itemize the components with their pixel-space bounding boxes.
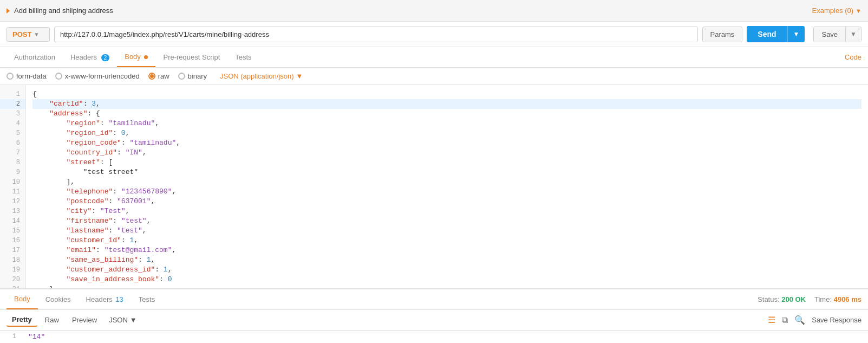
line-number-13: 13 xyxy=(0,206,25,216)
raw-radio[interactable] xyxy=(148,73,155,80)
tab-authorization[interactable]: Authorization xyxy=(6,48,63,67)
form-data-label: form-data xyxy=(16,72,47,80)
resp-tab-headers-label: Headers xyxy=(86,295,113,303)
send-group: Send ▼ xyxy=(747,26,805,42)
resp-tab-cookies[interactable]: Cookies xyxy=(38,290,79,309)
rv-tab-raw[interactable]: Raw xyxy=(40,314,64,326)
line-number-19: 19 xyxy=(0,265,25,275)
line-number-14: 14 xyxy=(0,216,25,226)
response-format-dropdown[interactable]: JSON ▼ xyxy=(109,316,137,324)
form-data-option[interactable]: form-data xyxy=(6,72,47,80)
format-chevron: ▼ xyxy=(130,316,137,324)
raw-option[interactable]: raw xyxy=(148,72,169,80)
tab-body[interactable]: Body xyxy=(117,47,155,67)
save-dropdown-button[interactable]: ▼ xyxy=(845,27,861,42)
line-number-2: 2 xyxy=(0,99,25,109)
code-line-21: }, xyxy=(32,284,862,288)
send-button[interactable]: Send xyxy=(747,26,787,42)
line-number-18: 18 xyxy=(0,255,25,265)
tab-prerequest[interactable]: Pre-request Script xyxy=(155,48,227,67)
code-content[interactable]: { "cartId": 3, "address": { "region": "t… xyxy=(26,85,868,288)
time-value: 4906 ms xyxy=(834,295,862,303)
response-view-tabs: Pretty Raw Preview JSON ▼ ☰ ⧉ 🔍 Save Res… xyxy=(0,310,868,331)
request-title: Add billing and shiiping address xyxy=(14,7,113,15)
raw-label: raw xyxy=(158,72,169,80)
save-response-button[interactable]: Save Response xyxy=(812,316,862,324)
line-number-8: 8 xyxy=(0,158,25,167)
resp-tab-headers[interactable]: Headers 13 xyxy=(79,290,131,309)
code-line-5: "region_id": 0, xyxy=(32,128,862,138)
form-data-radio[interactable] xyxy=(6,73,14,80)
response-value: "14" xyxy=(22,333,51,341)
line-number-7: 7 xyxy=(0,148,25,158)
time-label: Time: 4906 ms xyxy=(814,295,862,303)
url-encoded-option[interactable]: x-www-form-urlencoded xyxy=(55,72,140,80)
line-number-9: 9 xyxy=(0,167,25,177)
binary-radio[interactable] xyxy=(178,73,185,80)
code-line-4: "region": "tamilnadu", xyxy=(32,119,862,128)
url-input[interactable] xyxy=(54,27,698,42)
examples-button[interactable]: Examples (0) ▼ xyxy=(812,7,862,15)
line-number-6: 6 xyxy=(0,138,25,148)
body-dot xyxy=(144,55,148,59)
response-actions: ☰ ⧉ 🔍 Save Response xyxy=(768,315,862,325)
code-line-19: "customer_address_id": 1, xyxy=(32,265,862,275)
status-value: 200 OK xyxy=(781,295,806,303)
code-line-20: "save_in_address_book": 0 xyxy=(32,275,862,284)
line-number-15: 15 xyxy=(0,226,25,236)
binary-option[interactable]: binary xyxy=(178,72,207,80)
response-area: Body Cookies Headers 13 Tests Status: 20… xyxy=(0,289,868,343)
method-dropdown[interactable]: POST ▼ xyxy=(6,27,50,42)
examples-chevron: ▼ xyxy=(856,8,862,14)
code-line-11: "telephone": "1234567890", xyxy=(32,187,862,197)
line-number-10: 10 xyxy=(0,177,25,187)
json-type-chevron: ▼ xyxy=(296,72,303,80)
line-number-1: 1 xyxy=(0,89,25,99)
params-button[interactable]: Params xyxy=(702,27,743,42)
rv-tab-pretty[interactable]: Pretty xyxy=(6,313,37,327)
rv-tab-preview[interactable]: Preview xyxy=(67,314,102,326)
top-bar: Add billing and shiiping address Example… xyxy=(0,0,868,22)
save-button[interactable]: Save xyxy=(814,27,845,42)
resp-tab-cookies-label: Cookies xyxy=(45,295,71,303)
code-link[interactable]: Code xyxy=(845,53,862,61)
resp-headers-badge: 13 xyxy=(115,295,123,303)
expand-icon[interactable] xyxy=(6,8,10,14)
wrap-icon[interactable]: ☰ xyxy=(768,315,775,325)
tab-headers[interactable]: Headers 2 xyxy=(63,48,117,67)
url-bar: POST ▼ Params Send ▼ Save ▼ xyxy=(0,22,868,47)
method-chevron: ▼ xyxy=(34,31,39,37)
code-line-6: "region_code": "tamilnadu", xyxy=(32,138,862,148)
request-tabs: Authorization Headers 2 Body Pre-request… xyxy=(0,47,868,68)
tab-headers-label: Headers xyxy=(70,53,97,61)
resp-tab-tests[interactable]: Tests xyxy=(131,290,162,309)
line-number-20: 20 xyxy=(0,275,25,284)
tab-authorization-label: Authorization xyxy=(14,53,55,61)
examples-label: Examples (0) xyxy=(812,7,854,15)
copy-icon[interactable]: ⧉ xyxy=(782,315,788,325)
code-line-17: "email": "test@gmail.com", xyxy=(32,245,862,255)
code-line-13: "city": "Test", xyxy=(32,206,862,216)
code-line-16: "customer_id": 1, xyxy=(32,236,862,245)
resp-tab-body-label: Body xyxy=(14,295,30,303)
json-type-label: JSON (application/json) xyxy=(220,72,294,80)
line-number-4: 4 xyxy=(0,119,25,128)
url-encoded-radio[interactable] xyxy=(55,73,62,80)
line-number-11: 11 xyxy=(0,187,25,197)
json-type-dropdown[interactable]: JSON (application/json) ▼ xyxy=(220,72,303,80)
line-number-16: 16 xyxy=(0,236,25,245)
resp-tab-body[interactable]: Body xyxy=(6,289,38,309)
line-number-21: 21 xyxy=(0,284,25,289)
tab-prerequest-label: Pre-request Script xyxy=(163,53,220,61)
code-line-3: "address": { xyxy=(32,109,862,119)
send-dropdown-button[interactable]: ▼ xyxy=(787,26,805,42)
headers-badge: 2 xyxy=(101,54,110,61)
tab-tests-label: Tests xyxy=(235,53,251,61)
tab-tests[interactable]: Tests xyxy=(227,48,259,67)
code-line-8: "street": [ xyxy=(32,158,862,167)
line-number-5: 5 xyxy=(0,128,25,138)
search-icon[interactable]: 🔍 xyxy=(794,315,805,325)
code-line-10: ], xyxy=(32,177,862,187)
code-line-15: "lastname": "test", xyxy=(32,226,862,236)
code-editor[interactable]: 1234567891011121314151617181920212223 { … xyxy=(0,85,868,289)
